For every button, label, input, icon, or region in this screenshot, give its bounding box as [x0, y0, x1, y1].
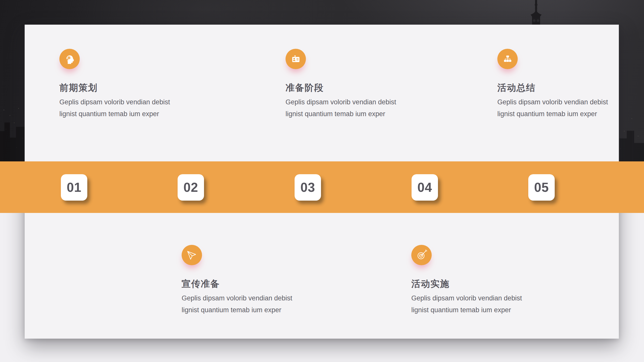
step-description: Geplis dipsam volorib vendian debist lig… — [497, 96, 628, 120]
sitemap-icon — [502, 53, 513, 65]
step-description: Geplis dipsam volorib vendian debist lig… — [286, 96, 416, 120]
step-04-icon-circle — [411, 245, 432, 265]
step-05-icon-circle — [497, 49, 518, 69]
step-block-04: 活动实施 Geplis dipsam volorib vendian debis… — [411, 245, 542, 316]
step-title: 活动实施 — [411, 279, 542, 289]
step-number-card-02: 02 — [178, 174, 204, 201]
step-title: 准备阶段 — [286, 82, 416, 93]
step-block-03: 准备阶段 Geplis dipsam volorib vendian debis… — [286, 49, 416, 120]
step-description-line: Geplis dipsam volorib vendian debist — [182, 292, 312, 304]
clock-tower-silhouette — [526, 0, 546, 25]
head-gears-icon — [64, 53, 75, 65]
step-title: 前期策划 — [59, 82, 190, 93]
building-silhouette-right — [619, 131, 644, 161]
step-block-05: 活动总结 Geplis dipsam volorib vendian debis… — [497, 49, 628, 120]
step-description-line: Geplis dipsam volorib vendian debist — [411, 292, 542, 304]
step-description-line: lignist quantium temab ium exper — [411, 304, 542, 316]
id-badge-icon — [290, 53, 302, 65]
step-block-01: 前期策划 Geplis dipsam volorib vendian debis… — [59, 49, 190, 120]
city-lights-texture — [0, 0, 1, 1]
step-description-line: lignist quantium temab ium exper — [59, 108, 190, 120]
step-block-02: 宣传准备 Geplis dipsam volorib vendian debis… — [182, 245, 312, 316]
step-description: Geplis dipsam volorib vendian debist lig… — [182, 292, 312, 316]
slide-canvas: { "page": { "type": "process-steps-slide… — [0, 0, 644, 362]
paper-plane-icon — [186, 249, 198, 261]
step-description: Geplis dipsam volorib vendian debist lig… — [411, 292, 542, 316]
process-number-band: 01 02 03 04 05 — [0, 161, 644, 213]
step-title: 活动总结 — [497, 82, 628, 93]
step-description-line: Geplis dipsam volorib vendian debist — [286, 96, 416, 108]
building-silhouette-left — [0, 118, 25, 161]
step-number-card-03: 03 — [295, 174, 321, 201]
target-arrow-icon — [416, 249, 427, 261]
step-03-icon-circle — [286, 49, 306, 69]
step-description: Geplis dipsam volorib vendian debist lig… — [59, 96, 190, 120]
step-title: 宣传准备 — [182, 279, 312, 289]
step-number-card-05: 05 — [528, 174, 555, 201]
step-description-line: Geplis dipsam volorib vendian debist — [497, 96, 628, 108]
step-02-icon-circle — [182, 245, 202, 265]
step-number-card-01: 01 — [61, 174, 87, 201]
step-description-line: lignist quantium temab ium exper — [182, 304, 312, 316]
step-description-line: lignist quantium temab ium exper — [286, 108, 416, 120]
step-01-icon-circle — [59, 49, 80, 69]
step-description-line: Geplis dipsam volorib vendian debist — [59, 96, 190, 108]
step-description-line: lignist quantium temab ium exper — [497, 108, 628, 120]
step-number-card-04: 04 — [412, 174, 438, 201]
